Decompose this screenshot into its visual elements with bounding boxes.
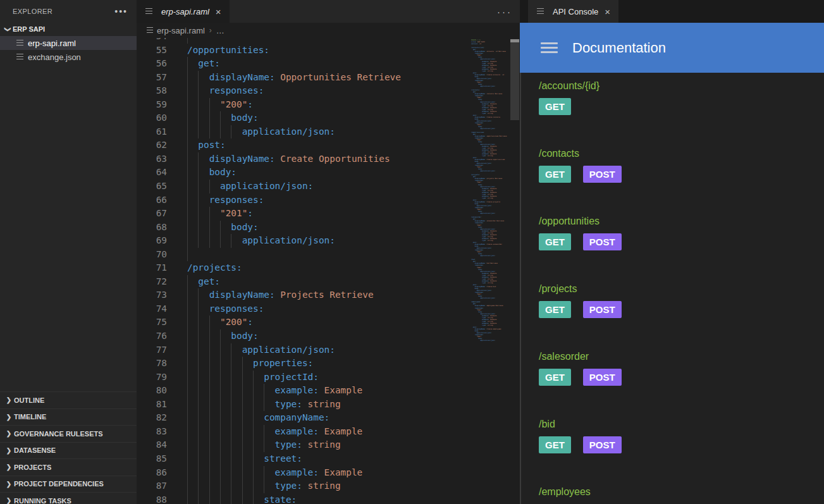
indent-guide: [187, 84, 188, 98]
indent-guide: [231, 438, 231, 452]
code-editor[interactable]: 5455/opportunities:56 get:57 displayName…: [137, 38, 520, 504]
endpoint-path[interactable]: /opportunities: [539, 216, 824, 227]
indent-guide: [187, 221, 188, 235]
panel-title: OUTLINE: [14, 396, 44, 404]
post-method-badge[interactable]: POST: [583, 166, 622, 183]
indent-guide: [187, 98, 188, 112]
close-icon[interactable]: ×: [603, 6, 612, 17]
endpoint-path[interactable]: /salesorder: [539, 351, 824, 362]
code-token: Opportunities Retrieve: [275, 72, 401, 82]
code-line-56: 56 get:: [137, 57, 520, 71]
code-token: [187, 317, 220, 327]
code-token: type:: [187, 439, 302, 450]
indent-guide: [187, 125, 188, 139]
indent-guide: [242, 384, 243, 398]
line-number: 75: [137, 316, 167, 329]
file-item-erp-sapi-raml[interactable]: erp-sapi.raml: [0, 36, 137, 50]
endpoint-path[interactable]: /employees: [539, 486, 824, 498]
line-number: 86: [137, 466, 167, 480]
endpoint-methods: GETPOST: [539, 233, 824, 250]
indent-guide: [220, 398, 221, 412]
indent-guide: [242, 357, 243, 371]
close-icon[interactable]: ×: [214, 6, 223, 17]
endpoint-path[interactable]: /accounts/{id}: [539, 80, 824, 92]
code-line-81: 81 type: string: [137, 398, 520, 412]
tab-erp-sapi-raml[interactable]: erp-sapi.raml ×: [137, 0, 230, 23]
editor-more-actions-icon[interactable]: ···: [497, 0, 512, 23]
sidebar-panel-datasense[interactable]: ❯DATASENSE: [0, 442, 137, 459]
line-number: 79: [137, 371, 167, 384]
file-item-exchange-json[interactable]: exchange.json: [0, 50, 137, 64]
indent-guide: [264, 398, 264, 412]
indent-guide: [231, 357, 231, 371]
code-line-68: 68 body:: [137, 221, 520, 235]
file-icon: [16, 54, 23, 61]
tab-api-console[interactable]: API Console ×: [528, 0, 618, 23]
indent-guide: [231, 425, 231, 439]
get-method-badge[interactable]: GET: [539, 233, 571, 250]
endpoint-path[interactable]: /projects: [539, 283, 824, 295]
endpoint-path[interactable]: /contacts: [539, 148, 824, 159]
post-method-badge[interactable]: POST: [583, 301, 622, 318]
indent-guide: [242, 438, 243, 452]
line-number: 59: [137, 98, 167, 112]
get-method-badge[interactable]: GET: [539, 436, 571, 453]
explorer-more-actions-icon[interactable]: •••: [114, 8, 128, 15]
line-number: 88: [137, 493, 167, 504]
tab-label: erp-sapi.raml: [161, 7, 209, 16]
editor-scrollbar[interactable]: [510, 39, 520, 503]
indent-guide: [187, 152, 188, 166]
indent-guide: [187, 275, 188, 289]
breadcrumb-more[interactable]: …: [216, 26, 224, 35]
line-number: 80: [137, 384, 167, 398]
code-line-55: 55/opportunities:: [137, 44, 520, 58]
sidebar-panel-running-tasks[interactable]: ❯RUNNING TASKS: [0, 492, 137, 504]
endpoint-section: /projectsGETPOST: [539, 283, 824, 351]
code-line-77: 77 application/json:: [137, 343, 520, 357]
get-method-badge[interactable]: GET: [539, 301, 571, 318]
file-icon: [145, 8, 152, 15]
indent-guide: [264, 479, 264, 493]
chevron-right-icon: ❯: [4, 464, 14, 470]
endpoint-path[interactable]: /bid: [539, 419, 824, 430]
line-number: 64: [137, 166, 167, 180]
get-method-badge[interactable]: GET: [539, 98, 571, 115]
code-line-67: 67 "201":: [137, 207, 520, 221]
get-method-badge[interactable]: GET: [539, 369, 571, 386]
get-method-badge[interactable]: GET: [539, 166, 571, 183]
post-method-badge[interactable]: POST: [583, 369, 622, 386]
post-method-badge[interactable]: POST: [583, 436, 622, 453]
indent-guide: [231, 411, 231, 425]
line-number: 67: [137, 207, 167, 221]
file-icon: [537, 8, 544, 15]
code-line-73: 73 displayName: Projects Retrieve: [137, 288, 520, 302]
sidebar-bottom-panels: ❯OUTLINE❯TIMELINE❯GOVERNANCE RULESETS❯DA…: [0, 391, 137, 504]
sidebar-panel-outline[interactable]: ❯OUTLINE: [0, 391, 137, 409]
sidebar-panel-timeline[interactable]: ❯TIMELINE: [0, 409, 137, 426]
indent-guide: [209, 234, 210, 248]
indent-guide: [253, 384, 254, 398]
line-number: 57: [137, 71, 167, 85]
sidebar-panel-project-dependencies[interactable]: ❯PROJECT DEPENDENCIES: [0, 476, 137, 493]
project-section-header[interactable]: ❯ ERP SAPI: [0, 22, 137, 36]
chevron-right-icon: ›: [209, 26, 212, 35]
post-method-badge[interactable]: POST: [583, 233, 622, 250]
sidebar-panel-projects[interactable]: ❯PROJECTS: [0, 458, 137, 476]
endpoint-section: /salesorderGETPOST: [539, 351, 824, 419]
sidebar-panel-governance-rulesets[interactable]: ❯GOVERNANCE RULESETS: [0, 425, 137, 442]
breadcrumb: erp-sapi.raml › …: [137, 23, 520, 38]
line-number: 72: [137, 275, 167, 289]
minimap[interactable]: #%RAML 1.0title: ERP SAPIversion: v1 /ac…: [471, 39, 509, 503]
code-token: Example: [319, 426, 362, 436]
scrollbar-thumb-shade[interactable]: [510, 39, 519, 120]
panel-title: PROJECT DEPENDENCIES: [14, 480, 104, 488]
indent-guide: [220, 357, 221, 371]
breadcrumb-file[interactable]: erp-sapi.raml: [157, 26, 205, 35]
indent-guide: [231, 125, 231, 139]
indent-guide: [187, 329, 188, 343]
hamburger-menu-icon[interactable]: [541, 42, 558, 53]
indent-guide: [209, 466, 210, 480]
indent-guide: [253, 371, 254, 384]
code-line-61: 61 application/json:: [137, 125, 520, 139]
indent-guide: [220, 221, 221, 235]
